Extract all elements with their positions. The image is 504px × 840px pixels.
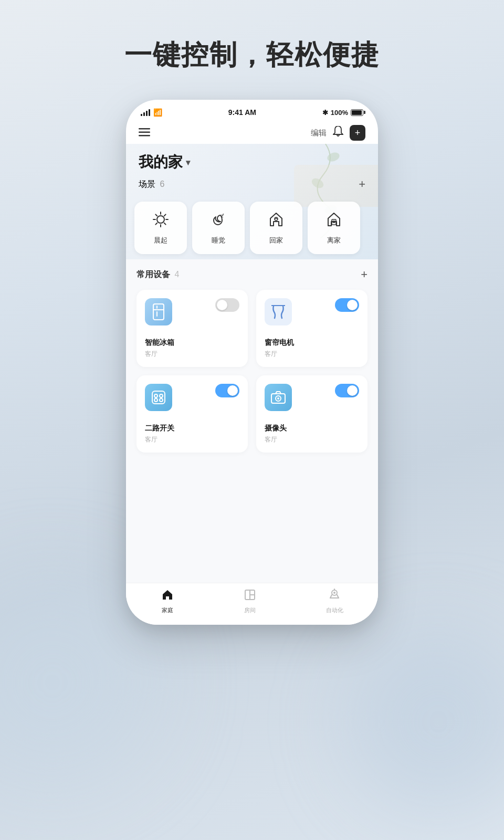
nav-room-icon: [244, 589, 256, 604]
devices-title: 常用设备 4: [136, 269, 179, 280]
svg-line-13: [164, 214, 166, 216]
nav-home[interactable]: 家庭: [161, 589, 174, 614]
svg-point-28: [160, 394, 163, 397]
scene-away[interactable]: 离家: [308, 202, 360, 254]
home-arrow-icon[interactable]: ▾: [186, 158, 190, 167]
svg-line-11: [155, 214, 157, 216]
camera-location: 客厅: [265, 435, 359, 444]
nav-home-icon: [161, 589, 174, 604]
scene-count: 6: [160, 180, 164, 188]
page-title: 一键控制，轻松便捷: [124, 37, 380, 74]
status-left: 📶: [141, 108, 162, 117]
battery-percent: 100%: [331, 109, 348, 117]
menu-icon[interactable]: [139, 128, 150, 138]
fridge-icon: [145, 298, 172, 326]
device-switch[interactable]: 二路开关 客厅: [136, 375, 248, 453]
svg-rect-24: [156, 311, 158, 317]
away-icon: [326, 211, 342, 232]
home-title: 我的家 ▾: [139, 152, 190, 172]
svg-point-20: [333, 222, 334, 223]
svg-point-17: [275, 217, 278, 220]
fridge-location: 客厅: [145, 350, 239, 359]
devices-section: 常用设备 4 +: [126, 259, 378, 583]
nav-automation[interactable]: 自动化: [326, 589, 343, 614]
scene-header: 场景 6 +: [139, 177, 365, 191]
bell-icon[interactable]: [333, 126, 343, 140]
phone-mockup: 📶 9:41 AM ✱ 100% 编辑: [126, 100, 378, 625]
scene-morning[interactable]: 晨起: [134, 202, 187, 254]
scene-home[interactable]: 回家: [250, 202, 302, 254]
curtain-icon: [265, 298, 292, 326]
svg-rect-23: [156, 306, 158, 309]
svg-rect-26: [152, 391, 165, 404]
svg-point-30: [160, 398, 163, 402]
fridge-toggle[interactable]: [215, 298, 239, 312]
device-fridge[interactable]: 智能冰箱 客厅: [136, 290, 248, 367]
app-header: 编辑 +: [126, 121, 378, 144]
svg-rect-2: [139, 135, 150, 136]
away-label: 离家: [327, 236, 341, 245]
nav-automation-icon: [328, 589, 341, 604]
bottom-nav: 家庭 房间: [126, 583, 378, 625]
nav-automation-label: 自动化: [326, 606, 343, 614]
edit-button[interactable]: 编辑: [311, 128, 327, 138]
home-section: 我的家 ▾ 场景 6 +: [126, 144, 378, 259]
svg-rect-0: [139, 128, 150, 130]
svg-line-12: [164, 223, 166, 224]
morning-icon: [152, 211, 169, 232]
svg-rect-34: [166, 596, 169, 600]
scene-sleep[interactable]: Z z 睡觉: [192, 202, 245, 254]
morning-label: 晨起: [154, 236, 167, 245]
header-right: 编辑 +: [311, 125, 365, 141]
add-button[interactable]: +: [350, 125, 365, 141]
svg-rect-1: [139, 132, 150, 133]
svg-point-33: [277, 397, 279, 400]
devices-grid: 智能冰箱 客厅: [136, 290, 368, 453]
bluetooth-icon: ✱: [322, 109, 328, 117]
svg-point-27: [154, 394, 158, 397]
svg-point-39: [333, 592, 335, 594]
camera-toggle[interactable]: [335, 384, 359, 397]
svg-rect-21: [153, 304, 164, 320]
devices-add-button[interactable]: +: [361, 268, 368, 281]
home-icon: [268, 211, 285, 232]
battery-icon: [351, 109, 363, 116]
status-right: ✱ 100%: [322, 109, 363, 117]
curtain-name: 窗帘电机: [265, 338, 359, 348]
devices-header: 常用设备 4 +: [136, 268, 368, 281]
signal-icon: [141, 109, 150, 116]
sleep-label: 睡觉: [212, 236, 225, 245]
svg-point-29: [154, 398, 158, 402]
nav-home-label: 家庭: [162, 606, 173, 614]
wifi-icon: 📶: [153, 108, 162, 117]
camera-icon: [265, 384, 292, 411]
nav-room-label: 房间: [244, 606, 256, 614]
switch-icon: [145, 384, 172, 411]
devices-count: 4: [174, 270, 179, 279]
status-time: 9:41 AM: [228, 108, 256, 117]
home-name: 我的家: [139, 152, 183, 172]
fridge-name: 智能冰箱: [145, 338, 239, 348]
device-curtain[interactable]: 窗帘电机 客厅: [256, 290, 368, 367]
home-scene-label: 回家: [269, 236, 283, 245]
sleep-icon: Z z: [210, 211, 227, 232]
svg-point-6: [157, 216, 164, 223]
switch-name: 二路开关: [145, 424, 239, 433]
scenes-row: 晨起 Z z 睡觉: [134, 202, 370, 254]
scene-add-button[interactable]: +: [359, 177, 365, 191]
svg-line-14: [155, 223, 157, 224]
curtain-location: 客厅: [265, 350, 359, 359]
curtain-toggle[interactable]: [335, 298, 359, 312]
status-bar: 📶 9:41 AM ✱ 100%: [126, 100, 378, 121]
switch-toggle[interactable]: [215, 384, 239, 397]
switch-location: 客厅: [145, 435, 239, 444]
svg-text:z: z: [223, 213, 224, 216]
svg-point-3: [326, 151, 341, 163]
nav-room[interactable]: 房间: [244, 589, 256, 614]
scene-title: 场景 6: [139, 179, 164, 190]
camera-name: 摄像头: [265, 424, 359, 433]
device-camera[interactable]: 摄像头 客厅: [256, 375, 368, 453]
